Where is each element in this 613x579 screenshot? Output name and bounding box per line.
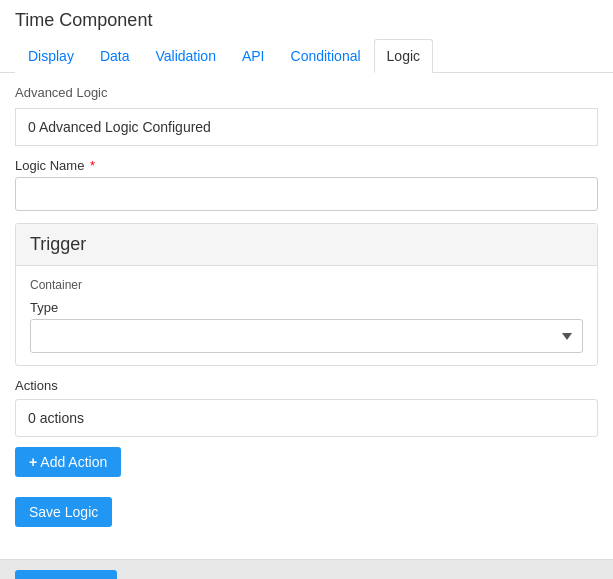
save-logic-label: Save Logic — [29, 504, 98, 520]
trigger-body: Container Type Event Javascript Simple — [16, 266, 597, 365]
trigger-header: Trigger — [16, 224, 597, 266]
trigger-box: Trigger Container Type Event Javascript … — [15, 223, 598, 366]
type-label: Type — [30, 300, 583, 315]
bottom-bar: + Add Logic — [0, 559, 613, 579]
configured-text: 0 Advanced Logic Configured — [28, 119, 211, 135]
type-select[interactable]: Event Javascript Simple — [30, 319, 583, 353]
page-wrapper: Time Component Display Data Validation A… — [0, 0, 613, 579]
logic-name-group: Logic Name * — [15, 158, 598, 211]
tab-data[interactable]: Data — [87, 39, 143, 73]
tab-logic[interactable]: Logic — [374, 39, 433, 73]
container-label: Container — [30, 278, 583, 292]
tab-display[interactable]: Display — [15, 39, 87, 73]
add-logic-button[interactable]: + Add Logic — [15, 570, 117, 579]
tab-conditional[interactable]: Conditional — [278, 39, 374, 73]
logic-name-input[interactable] — [15, 177, 598, 211]
required-star: * — [90, 158, 95, 173]
add-action-button[interactable]: + Add Action — [15, 447, 121, 477]
page-title: Time Component — [0, 0, 613, 39]
actions-label: Actions — [15, 378, 598, 393]
tabs-bar: Display Data Validation API Conditional … — [0, 39, 613, 73]
add-action-label: Add Action — [40, 454, 107, 470]
add-action-plus-icon: + — [29, 454, 37, 470]
logic-configured-box: 0 Advanced Logic Configured — [15, 108, 598, 146]
advanced-logic-label: Advanced Logic — [15, 85, 598, 100]
save-logic-button[interactable]: Save Logic — [15, 497, 112, 527]
actions-count-box: 0 actions — [15, 399, 598, 437]
actions-count-text: 0 actions — [28, 410, 84, 426]
content-area: Advanced Logic 0 Advanced Logic Configur… — [0, 73, 613, 559]
actions-section: Actions 0 actions + Add Action Save Logi… — [15, 378, 598, 535]
tab-api[interactable]: API — [229, 39, 278, 73]
logic-name-label: Logic Name * — [15, 158, 598, 173]
tab-validation[interactable]: Validation — [142, 39, 228, 73]
